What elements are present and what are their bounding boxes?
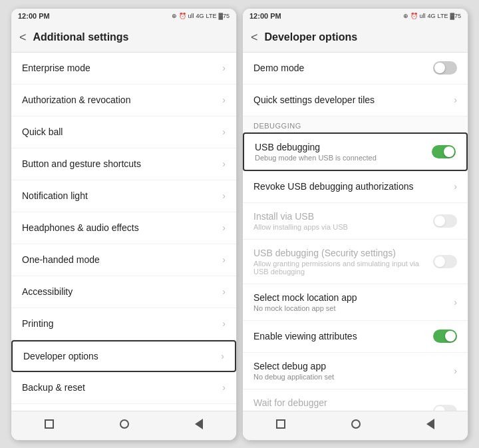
settings-item-quicksettingstiles[interactable]: Quick settings developer tiles › — [243, 85, 468, 116]
nav-bar-left — [11, 411, 236, 440]
chevron-icon: › — [454, 297, 457, 308]
time-right: 12:00 PM — [249, 12, 281, 20]
toggle-usbdebuggingsec — [433, 255, 457, 268]
settings-item-enterprise[interactable]: Enterprise mode › — [11, 53, 236, 85]
settings-item-quickball[interactable]: Quick ball › — [11, 116, 236, 148]
toggle-enableviewing[interactable] — [433, 330, 457, 343]
status-icons-right: ⊕ ⏰ ull 4G LTE ▓75 — [403, 13, 461, 19]
settings-item-usbdebuggingsec: USB debugging (Security settings) Allow … — [243, 240, 468, 284]
chevron-icon: › — [222, 286, 226, 297]
chevron-icon: › — [454, 365, 457, 376]
settings-list-right: Demo mode Quick settings developer tiles… — [243, 53, 468, 411]
chevron-icon: › — [222, 318, 226, 329]
time-left: 12:00 PM — [18, 12, 50, 20]
nav-bar-right — [243, 411, 468, 440]
chevron-icon: › — [454, 95, 457, 105]
settings-item-selectdebug[interactable]: Select debug app No debug application se… — [243, 353, 468, 389]
toggle-installusb — [433, 214, 457, 228]
toggle-demomode[interactable] — [433, 61, 457, 75]
chevron-icon: › — [222, 63, 226, 73]
phone-developer-options: 12:00 PM ⊕ ⏰ ull 4G LTE ▓75 < Developer … — [242, 8, 468, 441]
settings-item-waitdebugger: Wait for debugger Debugged application w… — [243, 389, 468, 411]
nav-circle-icon[interactable] — [120, 419, 129, 431]
chevron-icon: › — [221, 351, 224, 361]
nav-square-icon[interactable] — [45, 419, 54, 431]
settings-item-demomode[interactable]: Demo mode — [243, 53, 468, 85]
settings-item-installusb: Install via USB Allow installing apps vi… — [243, 203, 468, 240]
settings-list-left: Enterprise mode › Authorization & revoca… — [11, 53, 236, 411]
chevron-icon: › — [222, 382, 226, 393]
nav-back-icon[interactable] — [426, 419, 434, 432]
settings-item-mimover[interactable]: Mi Mover › — [11, 404, 236, 411]
phone-additional-settings: 12:00 PM ⊕ ⏰ ull 4G LTE ▓75 < Additional… — [11, 8, 237, 441]
chevron-icon: › — [222, 95, 226, 105]
chevron-icon: › — [222, 222, 226, 233]
settings-item-backup[interactable]: Backup & reset › — [11, 372, 236, 404]
settings-item-usbdebugging[interactable]: USB debugging Debug mode when USB is con… — [243, 132, 468, 171]
settings-item-selectmock[interactable]: Select mock location app No mock locatio… — [243, 284, 468, 321]
toggle-usbdebugging[interactable] — [432, 145, 456, 158]
toggle-waitdebugger — [433, 405, 457, 411]
settings-item-headphones[interactable]: Headphones & audio effects › — [11, 212, 236, 244]
settings-item-notificationlight[interactable]: Notification light › — [11, 180, 236, 212]
page-title-right: Developer options — [265, 31, 358, 43]
chevron-icon: › — [454, 181, 457, 192]
header-left: < Additional settings — [11, 23, 236, 53]
chevron-icon: › — [222, 190, 226, 201]
status-bar-left: 12:00 PM ⊕ ⏰ ull 4G LTE ▓75 — [11, 9, 236, 23]
status-icons-left: ⊕ ⏰ ull 4G LTE ▓75 — [172, 13, 230, 19]
header-right: < Developer options — [243, 23, 468, 53]
status-bar-right: 12:00 PM ⊕ ⏰ ull 4G LTE ▓75 — [243, 9, 468, 23]
settings-item-authorization[interactable]: Authorization & revocation › — [11, 85, 236, 116]
nav-square-icon[interactable] — [276, 419, 285, 431]
settings-item-accessibility[interactable]: Accessibility › — [11, 276, 236, 308]
nav-circle-icon[interactable] — [351, 419, 361, 431]
chevron-icon: › — [222, 254, 226, 265]
settings-item-enableviewing[interactable]: Enable viewing attributes — [243, 321, 468, 353]
back-button-right[interactable]: < — [251, 31, 258, 45]
page-title-left: Additional settings — [33, 31, 129, 43]
nav-back-icon[interactable] — [195, 419, 203, 432]
settings-item-printing[interactable]: Printing › — [11, 308, 236, 340]
settings-item-onehanded[interactable]: One-handed mode › — [11, 244, 236, 276]
chevron-icon: › — [222, 158, 226, 169]
chevron-icon: › — [222, 126, 226, 137]
back-button-left[interactable]: < — [19, 31, 27, 45]
settings-item-gestures[interactable]: Button and gesture shortcuts › — [11, 148, 236, 180]
section-header-debugging: DEBUGGING — [243, 116, 468, 132]
settings-item-revokeusb[interactable]: Revoke USB debugging authorizations › — [243, 171, 468, 203]
settings-item-developer[interactable]: Developer options › — [11, 340, 236, 372]
